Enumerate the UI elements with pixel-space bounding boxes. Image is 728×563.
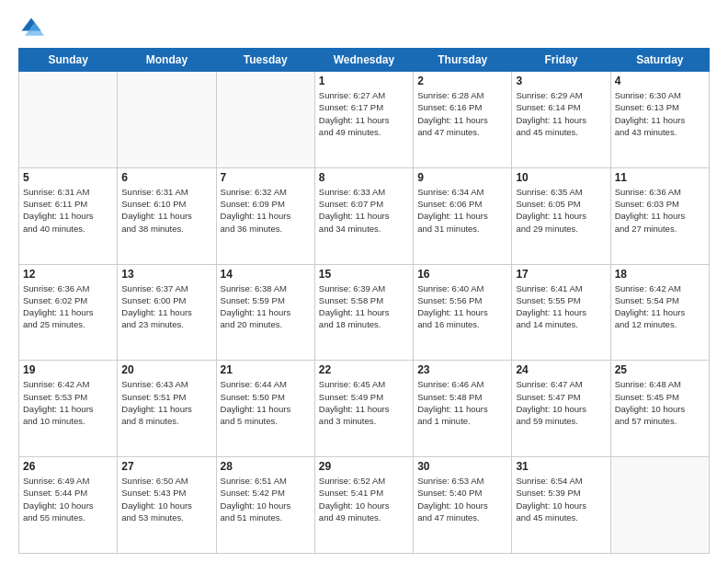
day-info: Sunrise: 6:35 AM Sunset: 6:05 PM Dayligh… bbox=[516, 186, 606, 235]
day-number: 7 bbox=[221, 171, 311, 184]
day-info: Sunrise: 6:49 AM Sunset: 5:44 PM Dayligh… bbox=[23, 475, 113, 523]
calendar-cell: 25Sunrise: 6:48 AM Sunset: 5:45 PM Dayli… bbox=[610, 361, 709, 457]
calendar-cell bbox=[216, 72, 314, 168]
weekday-header-sunday: Sunday bbox=[19, 49, 118, 72]
day-info: Sunrise: 6:45 AM Sunset: 5:49 PM Dayligh… bbox=[319, 378, 409, 427]
day-number: 10 bbox=[516, 171, 606, 184]
day-number: 14 bbox=[221, 268, 311, 281]
calendar-cell: 10Sunrise: 6:35 AM Sunset: 6:05 PM Dayli… bbox=[512, 167, 610, 264]
day-number: 27 bbox=[121, 460, 211, 473]
header bbox=[18, 15, 710, 40]
day-info: Sunrise: 6:54 AM Sunset: 5:39 PM Dayligh… bbox=[516, 475, 606, 523]
day-info: Sunrise: 6:31 AM Sunset: 6:11 PM Dayligh… bbox=[23, 186, 113, 235]
day-number: 21 bbox=[221, 363, 311, 376]
day-number: 8 bbox=[319, 171, 409, 184]
calendar-cell: 12Sunrise: 6:36 AM Sunset: 6:02 PM Dayli… bbox=[19, 264, 118, 361]
day-number: 24 bbox=[516, 363, 606, 376]
day-number: 15 bbox=[319, 268, 409, 281]
day-info: Sunrise: 6:42 AM Sunset: 5:54 PM Dayligh… bbox=[615, 282, 705, 331]
calendar-cell: 30Sunrise: 6:53 AM Sunset: 5:40 PM Dayli… bbox=[414, 457, 512, 554]
calendar-cell: 28Sunrise: 6:51 AM Sunset: 5:42 PM Dayli… bbox=[216, 457, 314, 554]
weekday-header-thursday: Thursday bbox=[414, 49, 512, 72]
day-number: 6 bbox=[121, 171, 211, 184]
calendar-cell: 27Sunrise: 6:50 AM Sunset: 5:43 PM Dayli… bbox=[118, 457, 216, 554]
day-info: Sunrise: 6:32 AM Sunset: 6:09 PM Dayligh… bbox=[221, 186, 311, 235]
day-number: 4 bbox=[615, 75, 705, 87]
day-info: Sunrise: 6:42 AM Sunset: 5:53 PM Dayligh… bbox=[23, 378, 113, 427]
day-number: 22 bbox=[319, 363, 409, 376]
day-number: 23 bbox=[417, 363, 507, 376]
logo bbox=[18, 15, 48, 40]
calendar-cell: 9Sunrise: 6:34 AM Sunset: 6:06 PM Daylig… bbox=[414, 167, 512, 264]
day-number: 20 bbox=[121, 363, 211, 376]
day-number: 5 bbox=[23, 171, 113, 184]
calendar-cell bbox=[610, 457, 709, 554]
day-number: 1 bbox=[319, 75, 409, 87]
day-info: Sunrise: 6:48 AM Sunset: 5:45 PM Dayligh… bbox=[615, 378, 705, 427]
calendar-cell: 19Sunrise: 6:42 AM Sunset: 5:53 PM Dayli… bbox=[19, 361, 118, 457]
day-number: 30 bbox=[417, 460, 507, 473]
day-number: 9 bbox=[417, 171, 507, 184]
calendar-table: SundayMondayTuesdayWednesdayThursdayFrid… bbox=[18, 48, 710, 554]
calendar-cell: 4Sunrise: 6:30 AM Sunset: 6:13 PM Daylig… bbox=[610, 72, 709, 168]
weekday-header-wednesday: Wednesday bbox=[314, 49, 413, 72]
calendar-week-3: 12Sunrise: 6:36 AM Sunset: 6:02 PM Dayli… bbox=[19, 264, 710, 361]
day-info: Sunrise: 6:43 AM Sunset: 5:51 PM Dayligh… bbox=[121, 378, 211, 427]
calendar-cell: 3Sunrise: 6:29 AM Sunset: 6:14 PM Daylig… bbox=[512, 72, 610, 168]
calendar-cell: 21Sunrise: 6:44 AM Sunset: 5:50 PM Dayli… bbox=[216, 361, 314, 457]
day-info: Sunrise: 6:36 AM Sunset: 6:03 PM Dayligh… bbox=[615, 186, 705, 235]
calendar-week-2: 5Sunrise: 6:31 AM Sunset: 6:11 PM Daylig… bbox=[19, 167, 710, 264]
calendar-cell: 1Sunrise: 6:27 AM Sunset: 6:17 PM Daylig… bbox=[314, 72, 413, 168]
calendar-cell: 11Sunrise: 6:36 AM Sunset: 6:03 PM Dayli… bbox=[610, 167, 709, 264]
calendar-cell: 22Sunrise: 6:45 AM Sunset: 5:49 PM Dayli… bbox=[314, 361, 413, 457]
calendar-cell: 31Sunrise: 6:54 AM Sunset: 5:39 PM Dayli… bbox=[512, 457, 610, 554]
day-info: Sunrise: 6:41 AM Sunset: 5:55 PM Dayligh… bbox=[516, 282, 606, 331]
day-number: 2 bbox=[417, 75, 507, 87]
calendar-cell: 6Sunrise: 6:31 AM Sunset: 6:10 PM Daylig… bbox=[118, 167, 216, 264]
day-info: Sunrise: 6:31 AM Sunset: 6:10 PM Dayligh… bbox=[121, 186, 211, 235]
calendar-cell: 17Sunrise: 6:41 AM Sunset: 5:55 PM Dayli… bbox=[512, 264, 610, 361]
day-number: 17 bbox=[516, 268, 606, 281]
weekday-header-monday: Monday bbox=[118, 49, 216, 72]
day-info: Sunrise: 6:37 AM Sunset: 6:00 PM Dayligh… bbox=[121, 282, 211, 331]
day-number: 11 bbox=[615, 171, 705, 184]
weekday-header-saturday: Saturday bbox=[610, 49, 709, 72]
day-info: Sunrise: 6:47 AM Sunset: 5:47 PM Dayligh… bbox=[516, 378, 606, 427]
day-info: Sunrise: 6:39 AM Sunset: 5:58 PM Dayligh… bbox=[319, 282, 409, 331]
day-info: Sunrise: 6:33 AM Sunset: 6:07 PM Dayligh… bbox=[319, 186, 409, 235]
calendar-cell: 13Sunrise: 6:37 AM Sunset: 6:00 PM Dayli… bbox=[118, 264, 216, 361]
day-info: Sunrise: 6:34 AM Sunset: 6:06 PM Dayligh… bbox=[417, 186, 507, 235]
day-number: 29 bbox=[319, 460, 409, 473]
calendar-week-5: 26Sunrise: 6:49 AM Sunset: 5:44 PM Dayli… bbox=[19, 457, 710, 554]
day-number: 31 bbox=[516, 460, 606, 473]
calendar-cell: 20Sunrise: 6:43 AM Sunset: 5:51 PM Dayli… bbox=[118, 361, 216, 457]
calendar-cell: 23Sunrise: 6:46 AM Sunset: 5:48 PM Dayli… bbox=[414, 361, 512, 457]
day-number: 12 bbox=[23, 268, 113, 281]
weekday-header-friday: Friday bbox=[512, 49, 610, 72]
day-info: Sunrise: 6:27 AM Sunset: 6:17 PM Dayligh… bbox=[319, 89, 409, 138]
calendar-cell: 14Sunrise: 6:38 AM Sunset: 5:59 PM Dayli… bbox=[216, 264, 314, 361]
day-number: 3 bbox=[516, 75, 606, 87]
day-number: 13 bbox=[121, 268, 211, 281]
calendar-cell: 16Sunrise: 6:40 AM Sunset: 5:56 PM Dayli… bbox=[414, 264, 512, 361]
calendar-cell: 26Sunrise: 6:49 AM Sunset: 5:44 PM Dayli… bbox=[19, 457, 118, 554]
logo-icon bbox=[18, 15, 44, 40]
day-info: Sunrise: 6:46 AM Sunset: 5:48 PM Dayligh… bbox=[417, 378, 507, 427]
calendar-cell bbox=[118, 72, 216, 168]
day-number: 26 bbox=[23, 460, 113, 473]
calendar-week-1: 1Sunrise: 6:27 AM Sunset: 6:17 PM Daylig… bbox=[19, 72, 710, 168]
calendar-cell bbox=[19, 72, 118, 168]
day-info: Sunrise: 6:28 AM Sunset: 6:16 PM Dayligh… bbox=[417, 89, 507, 138]
calendar-cell: 15Sunrise: 6:39 AM Sunset: 5:58 PM Dayli… bbox=[314, 264, 413, 361]
day-info: Sunrise: 6:44 AM Sunset: 5:50 PM Dayligh… bbox=[221, 378, 311, 427]
day-number: 18 bbox=[615, 268, 705, 281]
day-number: 25 bbox=[615, 363, 705, 376]
calendar-cell: 8Sunrise: 6:33 AM Sunset: 6:07 PM Daylig… bbox=[314, 167, 413, 264]
day-info: Sunrise: 6:29 AM Sunset: 6:14 PM Dayligh… bbox=[516, 89, 606, 138]
calendar-week-4: 19Sunrise: 6:42 AM Sunset: 5:53 PM Dayli… bbox=[19, 361, 710, 457]
day-number: 16 bbox=[417, 268, 507, 281]
day-number: 19 bbox=[23, 363, 113, 376]
weekday-header-row: SundayMondayTuesdayWednesdayThursdayFrid… bbox=[19, 49, 710, 72]
day-info: Sunrise: 6:53 AM Sunset: 5:40 PM Dayligh… bbox=[417, 475, 507, 523]
calendar-cell: 24Sunrise: 6:47 AM Sunset: 5:47 PM Dayli… bbox=[512, 361, 610, 457]
